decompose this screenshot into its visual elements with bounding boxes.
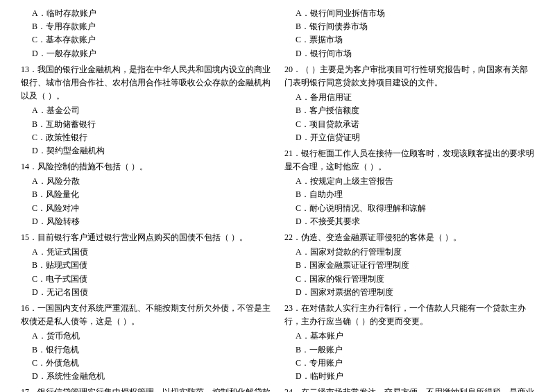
q16-option-c: C．外债危机 bbox=[21, 357, 271, 370]
question-16-text: 16．一国国内支付系统严重混乱、不能按期支付所欠外债，不管是主权债还是私人债等，… bbox=[21, 302, 271, 328]
q14-option-b: B．风险量化 bbox=[21, 188, 271, 201]
q20-option-b: B．客户授信额度 bbox=[284, 104, 534, 117]
question-23-text: 23．在对借款人实行主办行制行，一个借款人只能有一个贷款主办行，主办行应当确（ … bbox=[284, 302, 534, 328]
q22-option-a: A．国家对贷款的行管理制度 bbox=[284, 246, 534, 259]
q15-option-b: B．贴现式国债 bbox=[21, 259, 271, 272]
q23-option-b: B．一般账户 bbox=[284, 343, 534, 357]
question-13-text: 13．我国的银行业金融机构，是指在中华人民共和国境内设立的商业银行、城市信用合作… bbox=[21, 63, 271, 103]
q21-option-b: B．自助办理 bbox=[284, 188, 534, 201]
prev-question-options: A．临时存款账户 B．专用存款账户 C．基本存款账户 D．一般存款账户 bbox=[21, 7, 271, 60]
q19-option-b: B．银行间债券市场 bbox=[284, 20, 534, 33]
q22-option-b: B．国家金融票证证行管理制度 bbox=[284, 259, 534, 272]
q20-option-a: A．备用信用证 bbox=[284, 91, 534, 104]
q14-option-c: C．风险对冲 bbox=[21, 202, 271, 215]
option-c: C．基本存款账户 bbox=[21, 33, 271, 46]
q23-option-d: D．临时账户 bbox=[284, 370, 534, 383]
right-column: A．银行间同业拆借市场 B．银行间债券市场 C．票据市场 D．银行间市场 20．… bbox=[284, 7, 534, 392]
question-22: 22．伪造、变造金融票证罪侵犯的客体是（ ）。 A．国家对贷款的行管理制度 B．… bbox=[284, 231, 534, 299]
q20-option-c: C．项目贷款承诺 bbox=[284, 118, 534, 131]
question-24-text: 24．在二级市场非常发达、交易方便，不用缴纳利息所得税，是商业银行证券投资主要对… bbox=[284, 386, 534, 392]
q21-option-a: A．按规定向上级主管报告 bbox=[284, 175, 534, 188]
q15-option-c: C．电子式国债 bbox=[21, 273, 271, 286]
question-22-text: 22．伪造、变造金融票证罪侵犯的客体是（ ）。 bbox=[284, 231, 534, 244]
q21-option-c: C．耐心说明情况、取得理解和谅解 bbox=[284, 202, 534, 215]
q13-option-a: A．基金公司 bbox=[21, 104, 271, 117]
question-15: 15．目前银行客户通过银行营业网点购买的国债不包括（ ）。 A．凭证式国债 B．… bbox=[21, 231, 271, 299]
q20-option-d: D．开立信贷证明 bbox=[284, 131, 534, 144]
question-16: 16．一国国内支付系统严重混乱、不能按期支付所欠外债，不管是主权债还是私人债等，… bbox=[21, 302, 271, 383]
question-21-text: 21．银行柜面工作人员在接待一位顾客时，发现该顾客提出的要求明显不合理，这时他应… bbox=[284, 147, 534, 173]
q16-option-d: D．系统性金融危机 bbox=[21, 370, 271, 383]
q19-option-a: A．银行间同业拆借市场 bbox=[284, 7, 534, 20]
q23-option-a: A．基本账户 bbox=[284, 330, 534, 343]
q19-option-d: D．银行间市场 bbox=[284, 47, 534, 60]
q14-option-d: D．风险转移 bbox=[21, 215, 271, 228]
question-14-text: 14．风险控制的措施不包括（ ）。 bbox=[21, 160, 271, 173]
question-17-text: 17．银行信贷管理实行集中授权管理，以切实防范、控制和化解贷款业务风险，实行集中… bbox=[21, 386, 271, 392]
question-17: 17．银行信贷管理实行集中授权管理，以切实防范、控制和化解贷款业务风险，实行集中… bbox=[21, 386, 271, 392]
q22-option-d: D．国家对票据的管理制度 bbox=[284, 286, 534, 299]
q21-option-d: D．不接受其要求 bbox=[284, 215, 534, 228]
question-15-text: 15．目前银行客户通过银行营业网点购买的国债不包括（ ）。 bbox=[21, 231, 271, 244]
q14-option-a: A．风险分散 bbox=[21, 175, 271, 188]
q22-option-c: C．国家的银行管理制度 bbox=[284, 273, 534, 286]
q15-option-a: A．凭证式国债 bbox=[21, 246, 271, 259]
question-20: 20．（ ）主要是为客户审批项目可行性研究报告时，向国家有关部门表明银行同意贷款… bbox=[284, 63, 534, 144]
question-14: 14．风险控制的措施不包括（ ）。 A．风险分散 B．风险量化 C．风险对冲 D… bbox=[21, 160, 271, 228]
q23-option-c: C．专用账户 bbox=[284, 357, 534, 370]
question-23: 23．在对借款人实行主办行制行，一个借款人只能有一个贷款主办行，主办行应当确（ … bbox=[284, 302, 534, 383]
question-24: 24．在二级市场非常发达、交易方便，不用缴纳利息所得税，是商业银行证券投资主要对… bbox=[284, 386, 534, 392]
question-19-options: A．银行间同业拆借市场 B．银行间债券市场 C．票据市场 D．银行间市场 bbox=[284, 7, 534, 60]
left-column: A．临时存款账户 B．专用存款账户 C．基本存款账户 D．一般存款账户 13．我… bbox=[21, 7, 271, 392]
q13-option-c: C．政策性银行 bbox=[21, 131, 271, 144]
q15-option-d: D．无记名国债 bbox=[21, 286, 271, 299]
q19-option-c: C．票据市场 bbox=[284, 33, 534, 46]
option-b: B．专用存款账户 bbox=[21, 20, 271, 33]
question-20-text: 20．（ ）主要是为客户审批项目可行性研究报告时，向国家有关部门表明银行同意贷款… bbox=[284, 63, 534, 90]
question-21: 21．银行柜面工作人员在接待一位顾客时，发现该顾客提出的要求明显不合理，这时他应… bbox=[284, 147, 534, 228]
q13-option-d: D．契约型金融机构 bbox=[21, 144, 271, 157]
main-content: A．临时存款账户 B．专用存款账户 C．基本存款账户 D．一般存款账户 13．我… bbox=[21, 7, 534, 392]
question-13: 13．我国的银行业金融机构，是指在中华人民共和国境内设立的商业银行、城市信用合作… bbox=[21, 63, 271, 157]
q13-option-b: B．互助储蓄银行 bbox=[21, 118, 271, 131]
option-a: A．临时存款账户 bbox=[21, 7, 271, 20]
q16-option-b: B．银行危机 bbox=[21, 343, 271, 357]
option-d: D．一般存款账户 bbox=[21, 47, 271, 60]
q16-option-a: A．货币危机 bbox=[21, 330, 271, 343]
